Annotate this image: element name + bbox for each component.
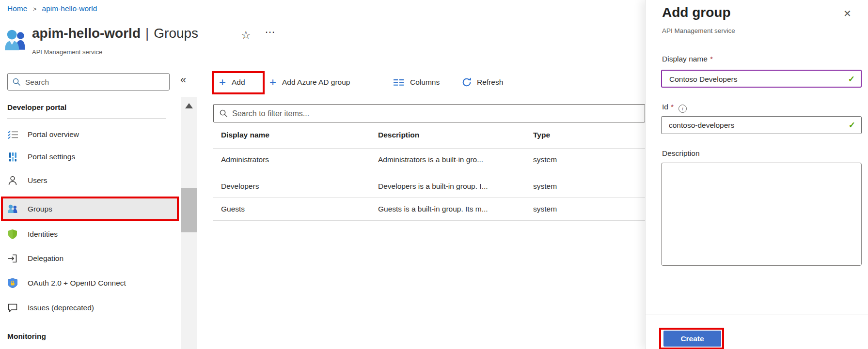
add-azure-ad-group-label: Add Azure AD group xyxy=(282,78,350,87)
page-title-section: Groups xyxy=(154,26,198,41)
sidebar-search-box xyxy=(7,73,170,91)
column-header-display-name[interactable]: Display name xyxy=(221,131,269,139)
sidebar-item-label: Groups xyxy=(28,205,52,213)
sidebar-item-portal-overview[interactable]: Portal overview xyxy=(7,128,167,141)
table-row-developers[interactable]: Developers Developers is a built-in grou… xyxy=(213,175,645,198)
valid-check-icon: ✓ xyxy=(848,74,855,84)
more-options-icon[interactable]: … xyxy=(265,23,276,36)
page-title-resource: apim-hello-world xyxy=(32,26,141,41)
breadcrumb: Home > apim-hello-world xyxy=(7,4,97,13)
sidebar-section-monitoring: Monitoring xyxy=(7,332,46,341)
cell-display-name: Guests xyxy=(221,205,245,213)
sidebar-item-portal-settings[interactable]: Portal settings xyxy=(7,151,167,163)
sidebar-item-label: Issues (deprecated) xyxy=(28,303,94,312)
panel-title: Add group xyxy=(662,5,731,20)
sidebar-item-users[interactable]: Users xyxy=(7,174,167,187)
page-title-separator: | xyxy=(145,26,149,41)
cell-display-name: Administrators xyxy=(221,155,269,164)
id-field[interactable] xyxy=(668,117,844,133)
groups-page-icon xyxy=(4,29,28,53)
close-icon[interactable]: ✕ xyxy=(843,8,852,19)
refresh-icon xyxy=(461,77,472,88)
sidebar-item-label: OAuth 2.0 + OpenID Connect xyxy=(28,279,126,288)
scrollbar-thumb[interactable] xyxy=(181,188,197,232)
add-button[interactable]: + Add xyxy=(219,72,245,93)
columns-button-label: Columns xyxy=(410,78,440,87)
refresh-button-label: Refresh xyxy=(477,78,503,87)
scroll-up-icon[interactable] xyxy=(185,103,193,108)
panel-subtitle: API Management service xyxy=(662,27,735,34)
columns-button[interactable]: Columns xyxy=(394,72,440,93)
id-field-wrap: ✓ xyxy=(661,116,862,134)
cell-type: system xyxy=(533,155,557,164)
panel-footer-divider xyxy=(646,315,868,315)
sidebar-item-oauth[interactable]: OAuth 2.0 + OpenID Connect xyxy=(7,277,167,289)
sidebar-item-label: Identities xyxy=(28,230,58,239)
page-subtitle: API Management service xyxy=(32,48,102,56)
display-name-label-text: Display name xyxy=(662,55,708,63)
create-button[interactable]: Create xyxy=(663,331,721,347)
display-name-field-wrap: ✓ xyxy=(661,70,862,88)
sidebar-item-label: Users xyxy=(28,176,47,185)
breadcrumb-separator: > xyxy=(33,5,37,13)
plus-icon: + xyxy=(269,76,276,88)
cell-display-name: Developers xyxy=(221,182,259,191)
table-row-guests[interactable]: Guests Guests is a built-in group. Its m… xyxy=(213,198,645,221)
sidebar-item-label: Delegation xyxy=(28,254,63,263)
plus-icon: + xyxy=(219,76,226,88)
cell-description: Developers is a built-in group. I... xyxy=(378,182,488,191)
collapse-menu-button[interactable]: « xyxy=(180,74,186,86)
filter-items-input[interactable] xyxy=(231,105,640,122)
oauth-shield-icon xyxy=(7,278,18,288)
display-name-field[interactable] xyxy=(668,71,845,87)
sidebar-section-developer-portal: Developer portal xyxy=(7,103,66,112)
table-header: Display name Description Type xyxy=(213,131,645,145)
info-icon[interactable]: i xyxy=(679,105,687,113)
groups-icon xyxy=(7,204,18,214)
display-name-label: Display name* xyxy=(662,55,713,63)
user-icon xyxy=(7,176,18,185)
cell-type: system xyxy=(533,205,557,213)
sidebar-item-issues[interactable]: Issues (deprecated) xyxy=(7,302,167,314)
breadcrumb-service-link[interactable]: apim-hello-world xyxy=(42,4,97,13)
refresh-button[interactable]: Refresh xyxy=(461,72,503,93)
table-divider xyxy=(213,220,645,221)
add-group-panel: Add group ✕ API Management service Displ… xyxy=(645,0,868,349)
required-asterisk: * xyxy=(671,103,674,111)
search-icon xyxy=(220,109,228,118)
sidebar-item-label: Portal settings xyxy=(28,152,75,161)
columns-icon xyxy=(394,79,405,86)
sidebar-item-identities[interactable]: Identities xyxy=(7,228,167,241)
id-label-text: Id xyxy=(662,103,668,111)
sidebar-scrollbar[interactable] xyxy=(181,97,197,349)
delegation-icon xyxy=(7,254,18,263)
sliders-icon xyxy=(7,152,18,162)
sidebar-item-label: Portal overview xyxy=(28,130,79,139)
breadcrumb-home-link[interactable]: Home xyxy=(7,4,27,13)
filter-box xyxy=(213,104,645,122)
shield-icon xyxy=(7,229,18,239)
speech-bubble-icon xyxy=(7,303,18,313)
search-icon xyxy=(13,78,21,86)
required-asterisk: * xyxy=(710,55,713,63)
page-title: apim-hello-world|Groups xyxy=(32,26,198,41)
cell-description: Administrators is a built-in gro... xyxy=(378,155,483,164)
cell-description: Guests is a built-in group. Its m... xyxy=(378,205,488,213)
add-azure-ad-group-button[interactable]: + Add Azure AD group xyxy=(269,72,350,93)
description-field[interactable] xyxy=(661,163,862,266)
sidebar-search-input[interactable] xyxy=(24,74,167,91)
checklist-icon xyxy=(7,130,18,139)
valid-check-icon: ✓ xyxy=(849,120,855,130)
add-button-label: Add xyxy=(232,78,245,87)
column-header-type[interactable]: Type xyxy=(533,131,550,139)
column-header-description[interactable]: Description xyxy=(378,131,419,139)
table-row-administrators[interactable]: Administrators Administrators is a built… xyxy=(213,149,645,171)
sidebar-item-groups[interactable]: Groups xyxy=(7,203,167,215)
sidebar-item-delegation[interactable]: Delegation xyxy=(7,252,167,265)
cell-type: system xyxy=(533,182,557,191)
id-label: Id*i xyxy=(662,103,687,113)
description-label: Description xyxy=(662,149,700,158)
favorite-star-icon[interactable]: ☆ xyxy=(241,29,251,42)
sidebar-divider xyxy=(7,118,166,119)
